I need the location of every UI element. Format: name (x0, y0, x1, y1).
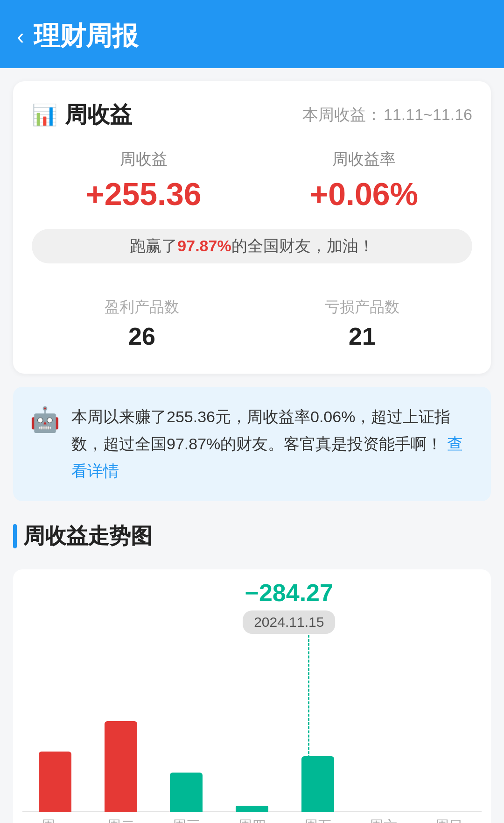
loss-count: 亏损产品数 21 (325, 297, 399, 350)
trend-title-group: 周收益走势图 (13, 522, 491, 551)
info-text-content: 本周以来赚了255.36元，周收益率0.06%，超过上证指数，超过全国97.87… (71, 408, 450, 453)
loss-count-label: 亏损产品数 (325, 297, 399, 318)
beat-badge: 跑赢了97.87%的全国财友，加油！ (32, 229, 472, 263)
bar-col-mon (22, 635, 88, 812)
weekly-rate-label: 周收益率 (310, 149, 419, 170)
bar-col-fri (285, 635, 350, 812)
info-box: 🤖 本周以来赚了255.36元，周收益率0.06%，超过上证指数，超过全国97.… (13, 387, 491, 501)
card-title: 周收益 (65, 100, 132, 130)
weekly-return-label: 周收益 (86, 149, 202, 170)
date-range-value: 11.11~11.16 (384, 106, 472, 123)
bar-fri (301, 756, 334, 812)
weekly-card: 📊 周收益 本周收益： 11.11~11.16 周收益 +255.36 周收益率… (13, 81, 491, 374)
x-label-wed: 周三 (154, 816, 219, 823)
weekly-rate-value: +0.06% (310, 176, 419, 212)
x-label-tue: 周二 (88, 816, 154, 823)
card-title-group: 📊 周收益 (32, 100, 132, 130)
tooltip-value: −284.27 (243, 579, 335, 607)
bar-col-tue (88, 635, 154, 812)
profit-count-label: 盈利产品数 (105, 297, 179, 318)
beat-percent: 97.87% (177, 237, 231, 255)
bar-col-thu (219, 635, 285, 812)
weekly-rate-metric: 周收益率 +0.06% (310, 149, 419, 212)
bar-thu (236, 806, 268, 812)
trend-section: 周收益走势图 −284.27 2024.11.15 (13, 522, 491, 823)
profit-count-value: 26 (105, 322, 179, 350)
bar-tue (105, 721, 137, 812)
metrics-row: 周收益 +255.36 周收益率 +0.06% (32, 149, 472, 212)
weekly-return-metric: 周收益 +255.36 (86, 149, 202, 212)
robot-icon: 🤖 (30, 405, 60, 434)
counts-row: 盈利产品数 26 亏损产品数 21 (32, 297, 472, 350)
header: ‹ 理财周报 (0, 0, 504, 68)
chart-icon: 📊 (32, 103, 57, 127)
x-label-fri: 周五 (285, 816, 350, 823)
bars-area (22, 635, 482, 812)
weekly-return-value: +255.36 (86, 176, 202, 212)
info-text: 本周以来赚了255.36元，周收益率0.06%，超过上证指数，超过全国97.87… (71, 404, 474, 484)
date-range-group: 本周收益： 11.11~11.16 (302, 104, 472, 126)
x-label-sat: 周六 (350, 816, 416, 823)
bar-col-sun (416, 635, 482, 812)
beat-text-after: 的全国财友，加油！ (231, 237, 374, 255)
x-label-sun: 周日 (416, 816, 482, 823)
bar-mon (39, 752, 71, 812)
x-label-thu: 周四 (219, 816, 285, 823)
beat-text-before: 跑赢了 (130, 237, 177, 255)
x-label-mon: 周一 (22, 816, 88, 823)
bar-col-sat (350, 635, 416, 812)
profit-count: 盈利产品数 26 (105, 297, 179, 350)
chart-tooltip: −284.27 2024.11.15 (243, 579, 335, 634)
loss-count-value: 21 (325, 322, 399, 350)
card-header: 📊 周收益 本周收益： 11.11~11.16 (32, 100, 472, 130)
bar-wed (170, 773, 203, 812)
back-button[interactable]: ‹ (17, 25, 24, 48)
trend-title: 周收益走势图 (23, 522, 152, 551)
x-axis: 周一 周二 周三 周四 周五 周六 周日 (22, 816, 482, 823)
page-title: 理财周报 (34, 19, 138, 54)
bar-col-wed (154, 635, 219, 812)
chart-container: −284.27 2024.11.15 (13, 569, 491, 823)
date-label: 本周收益： (302, 106, 382, 123)
tooltip-date: 2024.11.15 (243, 610, 335, 634)
trend-indicator (13, 524, 17, 548)
